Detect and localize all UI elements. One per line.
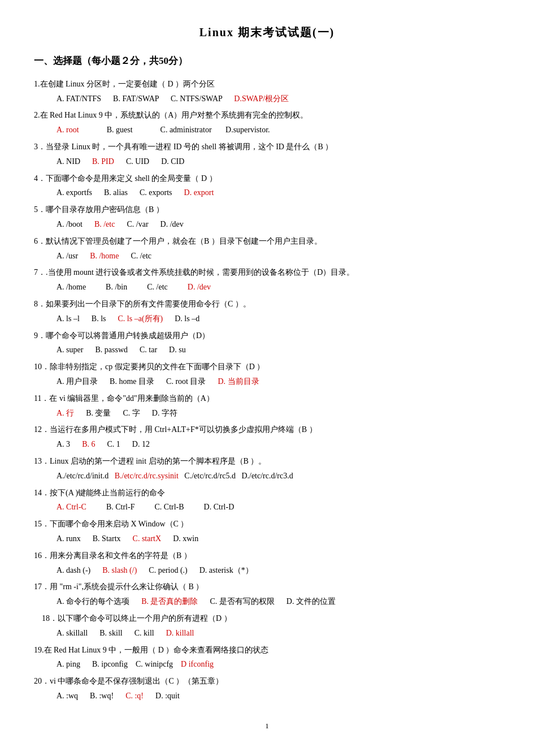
q9-text: 9．哪个命令可以将普通用户转换成超级用户（D） <box>34 329 500 343</box>
question-3: 3．当登录 Linux 时，一个具有唯一进程 ID 号的 shell 将被调用，… <box>34 140 500 169</box>
q5-text: 5．哪个目录存放用户密码信息（B ） <box>34 203 500 217</box>
question-13: 13．Linux 启动的第一个进程 init 启动的第一个脚本程序是（B ）。 … <box>34 455 500 483</box>
question-12: 12．当运行在多用户模式下时，用 Ctrl+ALT+F*可以切换多少虚拟用户终端… <box>34 423 500 451</box>
q8-answer: C. ls –a(所有) <box>118 314 163 323</box>
q20-text: 20．vi 中哪条命令是不保存强制退出（C ）（第五章） <box>34 675 500 688</box>
q7-answer: D. /dev <box>188 283 211 291</box>
q10-text: 10．除非特别指定，cp 假定要拷贝的文件在下面哪个目录下（D ） <box>34 360 500 374</box>
q16-options: A. dash (-) B. slash (/) C. period (.) D… <box>34 564 500 577</box>
q6-text: 6．默认情况下管理员创建了一个用户，就会在（B ）目录下创建一个用户主目录。 <box>34 235 500 248</box>
q18-text: 18．以下哪个命令可以终止一个用户的所有进程（D ） <box>34 612 500 625</box>
section1-title: 一、选择题（每小题２分，共50分） <box>34 53 500 70</box>
q14-text: 14．按下(A )键能终止当前运行的命令 <box>34 486 500 500</box>
q10-answer: D. 当前目录 <box>218 377 259 386</box>
q12-options: A. 3 B. 6 C. 1 D. 12 <box>34 438 500 451</box>
question-19: 19.在 Red Hat Linux 9 中，一般用（ D ）命令来查看网络接口… <box>34 643 500 672</box>
q17-answer: B. 是否真的删除 <box>141 597 198 606</box>
q18-answer: D. killall <box>166 629 194 637</box>
q17-options: A. 命令行的每个选项 B. 是否真的删除 C. 是否有写的权限 D. 文件的位… <box>34 595 500 608</box>
question-16: 16．用来分离目录名和文件名的字符是（B ） A. dash (-) B. sl… <box>34 549 500 577</box>
q14-answer: A. Ctrl-C <box>57 503 86 511</box>
q9-options: A. super B. passwd C. tar D. su <box>34 343 500 357</box>
question-2: 2.在 Red Hat Linux 9 中，系统默认的（A）用户对整个系统拥有完… <box>34 109 500 137</box>
q1-answer: D.SWAP/根分区 <box>234 94 289 103</box>
q18-options: A. skillall B. skill C. kill D. killall <box>34 627 500 640</box>
q8-text: 8．如果要列出一个目录下的所有文件需要使用命令行（C ）。 <box>34 297 500 311</box>
q12-answer: B. 6 <box>82 440 95 448</box>
q14-options: A. Ctrl-C B. Ctrl-F C. Ctrl-B D. Ctrl-D <box>34 500 500 514</box>
q11-answer: A. 行 <box>57 409 74 417</box>
question-10: 10．除非特别指定，cp 假定要拷贝的文件在下面哪个目录下（D ） A. 用户目… <box>34 360 500 388</box>
question-17: 17．用 "rm -i",系统会提示什么来让你确认（ B ） A. 命令行的每个… <box>34 580 500 608</box>
question-7: 7．.当使用 mount 进行设备或者文件系统挂载的时候，需要用到的设备名称位于… <box>34 266 500 294</box>
question-11: 11．在 vi 编辑器里，命令"dd"用来删除当前的（A） A. 行 B. 变量… <box>34 392 500 420</box>
q19-text: 19.在 Red Hat Linux 9 中，一般用（ D ）命令来查看网络接口… <box>34 643 500 657</box>
q16-answer: B. slash (/) <box>102 566 137 574</box>
q7-text: 7．.当使用 mount 进行设备或者文件系统挂载的时候，需要用到的设备名称位于… <box>34 266 500 279</box>
question-8: 8．如果要列出一个目录下的所有文件需要使用命令行（C ）。 A. ls –l B… <box>34 297 500 326</box>
question-18: 18．以下哪个命令可以终止一个用户的所有进程（D ） A. skillall B… <box>34 612 500 640</box>
q4-options: A. exportfs B. alias C. exports D. expor… <box>34 186 500 200</box>
page-title: Linux 期末考试试题(一) <box>34 23 500 42</box>
q19-options: A. ping B. ipconfig C. winipcfg D ifconf… <box>34 658 500 671</box>
q20-answer: C. :q! <box>125 692 144 700</box>
question-14: 14．按下(A )键能终止当前运行的命令 A. Ctrl-C B. Ctrl-F… <box>34 486 500 515</box>
q15-options: A. runx B. Startx C. startX D. xwin <box>34 532 500 546</box>
q2-answer: A. root <box>57 126 79 134</box>
q11-text: 11．在 vi 编辑器里，命令"dd"用来删除当前的（A） <box>34 392 500 405</box>
q15-answer: C. startX <box>133 534 162 543</box>
q1-text: 1.在创建 Linux 分区时，一定要创建（ D ）两个分区 <box>34 77 500 91</box>
q4-answer: D. export <box>184 188 214 197</box>
q15-text: 15．下面哪个命令用来启动 X Window（C ） <box>34 517 500 531</box>
q11-options: A. 行 B. 变量 C. 字 D. 字符 <box>34 407 500 420</box>
q19-answer: D ifconfig <box>181 660 214 668</box>
question-15: 15．下面哪个命令用来启动 X Window（C ） A. runx B. St… <box>34 517 500 546</box>
q10-options: A. 用户目录 B. home 目录 C. root 目录 D. 当前目录 <box>34 375 500 388</box>
q12-text: 12．当运行在多用户模式下时，用 Ctrl+ALT+F*可以切换多少虚拟用户终端… <box>34 423 500 437</box>
q13-text: 13．Linux 启动的第一个进程 init 启动的第一个脚本程序是（B ）。 <box>34 455 500 468</box>
q1-options: A. FAT/NTFS B. FAT/SWAP C. NTFS/SWAP D.S… <box>34 92 500 106</box>
question-4: 4．下面哪个命令是用来定义 shell 的全局变量（ D ） A. export… <box>34 172 500 200</box>
q3-text: 3．当登录 Linux 时，一个具有唯一进程 ID 号的 shell 将被调用，… <box>34 140 500 154</box>
questions-container: 1.在创建 Linux 分区时，一定要创建（ D ）两个分区 A. FAT/NT… <box>34 77 500 703</box>
q2-text: 2.在 Red Hat Linux 9 中，系统默认的（A）用户对整个系统拥有完… <box>34 109 500 122</box>
q16-text: 16．用来分离目录名和文件名的字符是（B ） <box>34 549 500 563</box>
q3-answer: B. PID <box>92 157 114 166</box>
page-number: 1 <box>34 720 500 732</box>
q4-text: 4．下面哪个命令是用来定义 shell 的全局变量（ D ） <box>34 172 500 185</box>
q2-options: A. root B. guest C. administrator D.supe… <box>34 123 500 137</box>
question-9: 9．哪个命令可以将普通用户转换成超级用户（D） A. super B. pass… <box>34 329 500 357</box>
q8-options: A. ls –l B. ls C. ls –a(所有) D. ls –d <box>34 312 500 326</box>
q20-options: A. :wq B. :wq! C. :q! D. :quit <box>34 689 500 703</box>
question-1: 1.在创建 Linux 分区时，一定要创建（ D ）两个分区 A. FAT/NT… <box>34 77 500 106</box>
q3-options: A. NID B. PID C. UID D. CID <box>34 155 500 169</box>
q7-options: A. /home B. /bin C. /etc D. /dev <box>34 280 500 294</box>
q13-options: A./etc/rc.d/init.d B./etc/rc.d/rc.sysini… <box>34 469 500 483</box>
q5-options: A. /boot B. /etc C. /var D. /dev <box>34 218 500 231</box>
q13-answer: B./etc/rc.d/rc.sysinit <box>115 472 179 480</box>
q17-text: 17．用 "rm -i",系统会提示什么来让你确认（ B ） <box>34 580 500 594</box>
q6-answer: B. /home <box>90 252 119 260</box>
q6-options: A. /usr B. /home C. /etc <box>34 249 500 263</box>
question-6: 6．默认情况下管理员创建了一个用户，就会在（B ）目录下创建一个用户主目录。 A… <box>34 235 500 263</box>
question-5: 5．哪个目录存放用户密码信息（B ） A. /boot B. /etc C. /… <box>34 203 500 231</box>
question-20: 20．vi 中哪条命令是不保存强制退出（C ）（第五章） A. :wq B. :… <box>34 675 500 703</box>
q5-answer: B. /etc <box>94 220 115 228</box>
